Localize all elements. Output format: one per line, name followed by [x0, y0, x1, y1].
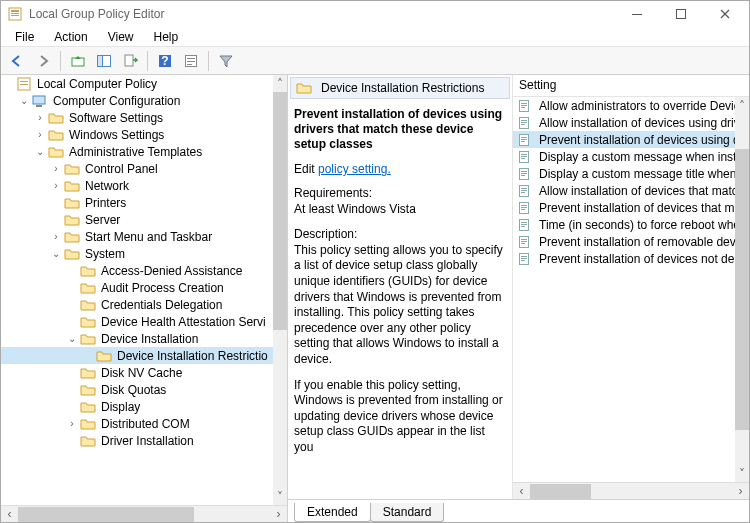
filter-button[interactable]: [214, 49, 238, 73]
settings-list-item[interactable]: Allow installation of devices that match…: [513, 182, 735, 199]
settings-list[interactable]: Allow administrators to override Device …: [513, 97, 735, 482]
list-horizontal-scrollbar[interactable]: ‹ ›: [513, 482, 749, 499]
settings-list-column: Setting Allow administrators to override…: [512, 75, 749, 499]
settings-list-item[interactable]: Display a custom message title when devi…: [513, 165, 735, 182]
settings-list-item[interactable]: Prevent installation of devices using dr…: [513, 131, 735, 148]
folder-icon: [96, 348, 112, 364]
menu-bar: File Action View Help: [1, 27, 749, 47]
svg-rect-31: [521, 139, 527, 140]
maximize-button[interactable]: [659, 1, 703, 27]
forward-button[interactable]: [31, 49, 55, 73]
detail-column: Device Installation Restrictions Prevent…: [288, 75, 512, 499]
up-button[interactable]: [66, 49, 90, 73]
tree-node-audit[interactable]: Audit Process Creation: [99, 281, 226, 295]
tree-node-device-installation-restrictions[interactable]: Device Installation Restrictio: [115, 349, 270, 363]
expand-icon[interactable]: ›: [49, 163, 63, 174]
properties-button[interactable]: [179, 49, 203, 73]
settings-list-item[interactable]: Prevent installation of removable device…: [513, 233, 735, 250]
settings-list-item-label: Allow installation of devices that match…: [539, 184, 749, 198]
tab-standard[interactable]: Standard: [370, 503, 445, 522]
settings-list-item[interactable]: Allow administrators to override Device …: [513, 97, 735, 114]
tree-node-driver-installation[interactable]: Driver Installation: [99, 434, 196, 448]
expand-icon[interactable]: ›: [65, 418, 79, 429]
svg-rect-34: [521, 154, 527, 155]
collapse-icon[interactable]: ⌄: [17, 95, 31, 106]
menu-help[interactable]: Help: [144, 28, 189, 46]
tree-node-system[interactable]: System: [83, 247, 127, 261]
scroll-right-icon[interactable]: ›: [732, 484, 749, 499]
close-button[interactable]: [703, 1, 747, 27]
tree-node-device-installation[interactable]: Device Installation: [99, 332, 200, 346]
scroll-left-icon[interactable]: ‹: [513, 484, 530, 499]
policy-item-icon: [518, 251, 532, 267]
main-split: Local Computer Policy ⌄Computer Configur…: [1, 75, 749, 522]
menu-action[interactable]: Action: [44, 28, 97, 46]
scroll-down-icon[interactable]: ˅: [735, 465, 749, 482]
folder-icon: [64, 178, 80, 194]
expand-icon[interactable]: ›: [49, 180, 63, 191]
svg-rect-20: [36, 105, 42, 107]
tree-node-ada[interactable]: Access-Denied Assistance: [99, 264, 244, 278]
scroll-down-icon[interactable]: ˅: [273, 488, 287, 505]
svg-text:?: ?: [161, 54, 168, 68]
settings-list-item[interactable]: Display a custom message when installati…: [513, 148, 735, 165]
tree-node-root[interactable]: Local Computer Policy: [35, 77, 159, 91]
tree-node-computer-config[interactable]: Computer Configuration: [51, 94, 182, 108]
help-button[interactable]: ?: [153, 49, 177, 73]
expand-icon[interactable]: ›: [33, 112, 47, 123]
back-button[interactable]: [5, 49, 29, 73]
folder-icon: [64, 212, 80, 228]
tree-node-server[interactable]: Server: [83, 213, 122, 227]
scroll-right-icon[interactable]: ›: [270, 507, 287, 522]
export-button[interactable]: [118, 49, 142, 73]
collapse-icon[interactable]: ⌄: [49, 248, 63, 259]
tree-node-control-panel[interactable]: Control Panel: [83, 162, 160, 176]
tree-node-display[interactable]: Display: [99, 400, 142, 414]
policy-item-icon: [518, 166, 532, 182]
description-body: This policy setting allows you to specif…: [294, 243, 504, 368]
tree-horizontal-scrollbar[interactable]: ‹ ›: [1, 505, 287, 522]
tree-node-software[interactable]: Software Settings: [67, 111, 165, 125]
tree-vertical-scrollbar[interactable]: ˄ ˅: [273, 75, 287, 505]
menu-file[interactable]: File: [5, 28, 44, 46]
show-hide-tree-button[interactable]: [92, 49, 116, 73]
tree-node-admin-templates[interactable]: Administrative Templates: [67, 145, 204, 159]
svg-rect-18: [20, 84, 28, 85]
svg-rect-15: [187, 64, 192, 65]
settings-list-item[interactable]: Prevent installation of devices that mat…: [513, 199, 735, 216]
svg-rect-6: [72, 58, 84, 66]
folder-icon: [80, 416, 96, 432]
minimize-button[interactable]: [615, 1, 659, 27]
tree-node-disk-quotas[interactable]: Disk Quotas: [99, 383, 168, 397]
tree-node-network[interactable]: Network: [83, 179, 131, 193]
settings-list-item[interactable]: Time (in seconds) to force reboot when r…: [513, 216, 735, 233]
tree-node-dcom[interactable]: Distributed COM: [99, 417, 192, 431]
collapse-icon[interactable]: ⌄: [65, 333, 79, 344]
list-vertical-scrollbar[interactable]: ˄ ˅: [735, 97, 749, 482]
edit-policy-link[interactable]: policy setting.: [318, 162, 391, 176]
settings-list-item[interactable]: Prevent installation of devices not desc…: [513, 250, 735, 267]
scroll-up-icon[interactable]: ˄: [273, 75, 287, 92]
policy-item-icon: [518, 200, 532, 216]
tab-extended[interactable]: Extended: [294, 503, 371, 522]
expand-icon[interactable]: ›: [49, 231, 63, 242]
tree-node-printers[interactable]: Printers: [83, 196, 128, 210]
svg-rect-2: [11, 13, 19, 14]
folder-icon: [64, 161, 80, 177]
settings-list-item[interactable]: Allow installation of devices using driv…: [513, 114, 735, 131]
policy-root-icon: [16, 76, 32, 92]
tree-node-windows[interactable]: Windows Settings: [67, 128, 166, 142]
tree-node-credentials[interactable]: Credentials Delegation: [99, 298, 224, 312]
scroll-up-icon[interactable]: ˄: [735, 97, 749, 114]
tree-node-disk-nv[interactable]: Disk NV Cache: [99, 366, 184, 380]
expand-icon[interactable]: ›: [33, 129, 47, 140]
scroll-left-icon[interactable]: ‹: [1, 507, 18, 522]
settings-list-header[interactable]: Setting: [513, 75, 749, 97]
svg-rect-1: [11, 10, 19, 12]
collapse-icon[interactable]: ⌄: [33, 146, 47, 157]
tree-node-dhas[interactable]: Device Health Attestation Servi: [99, 315, 268, 329]
policy-tree[interactable]: Local Computer Policy ⌄Computer Configur…: [1, 75, 275, 505]
tree-node-start-menu[interactable]: Start Menu and Taskbar: [83, 230, 214, 244]
menu-view[interactable]: View: [98, 28, 144, 46]
settings-list-item-label: Time (in seconds) to force reboot when r…: [539, 218, 749, 232]
